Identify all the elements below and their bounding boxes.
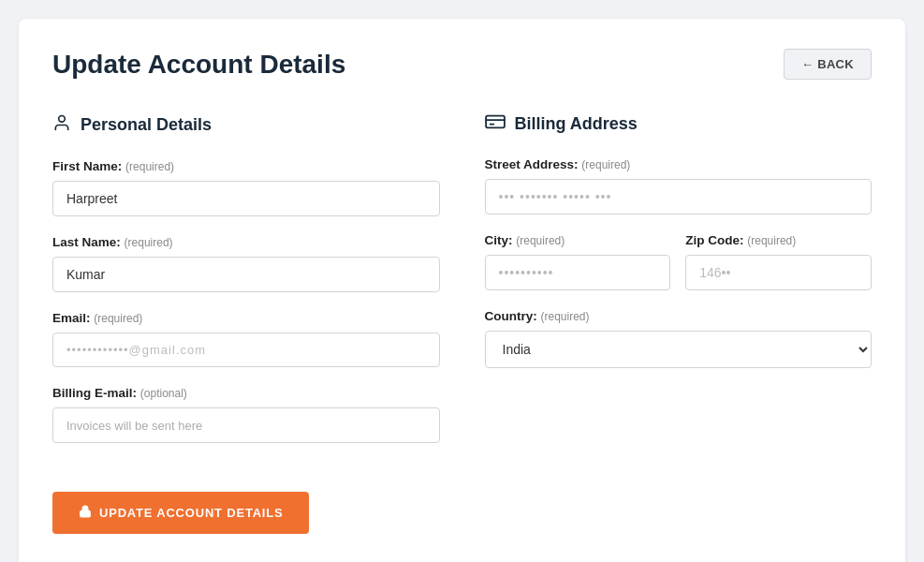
personal-details-section: Personal Details First Name: (required) … xyxy=(52,113,440,462)
country-group: Country: (required) India United States … xyxy=(485,309,873,368)
email-input[interactable] xyxy=(52,333,440,367)
first-name-label: First Name: (required) xyxy=(52,159,440,173)
billing-email-input[interactable] xyxy=(52,407,440,443)
email-group: Email: (required) xyxy=(52,311,440,367)
street-address-input[interactable] xyxy=(485,179,873,214)
last-name-label: Last Name: (required) xyxy=(52,235,440,249)
page-container: Update Account Details ← BACK Personal D… xyxy=(19,19,905,562)
page-header: Update Account Details ← BACK xyxy=(52,49,872,80)
zip-code-group: Zip Code: (required) xyxy=(685,233,872,290)
last-name-input[interactable] xyxy=(52,257,440,292)
country-select[interactable]: India United States United Kingdom Canad… xyxy=(485,331,873,368)
city-zip-row: City: (required) Zip Code: (required) xyxy=(485,233,873,290)
personal-details-title: Personal Details xyxy=(52,113,440,137)
city-group: City: (required) xyxy=(485,233,671,290)
lock-icon xyxy=(79,505,92,521)
back-button[interactable]: ← BACK xyxy=(784,49,872,80)
svg-rect-4 xyxy=(81,510,91,516)
street-address-group: Street Address: (required) xyxy=(485,157,873,214)
page-title: Update Account Details xyxy=(52,50,345,80)
last-name-group: Last Name: (required) xyxy=(52,235,440,292)
person-icon xyxy=(52,113,71,137)
svg-rect-1 xyxy=(486,116,505,128)
city-label: City: (required) xyxy=(485,233,671,247)
billing-email-group: Billing E-mail: (optional) xyxy=(52,386,440,443)
first-name-input[interactable] xyxy=(52,181,440,216)
billing-address-title: Billing Address xyxy=(485,113,873,135)
street-address-label: Street Address: (required) xyxy=(485,157,873,171)
form-columns: Personal Details First Name: (required) … xyxy=(52,113,872,462)
email-label: Email: (required) xyxy=(52,311,440,325)
billing-email-label: Billing E-mail: (optional) xyxy=(52,386,440,400)
billing-icon xyxy=(485,113,506,135)
first-name-group: First Name: (required) xyxy=(52,159,440,216)
update-account-button[interactable]: UPDATE ACCOUNT DETAILS xyxy=(52,492,309,534)
zip-code-label: Zip Code: (required) xyxy=(685,233,872,247)
billing-address-section: Billing Address Street Address: (require… xyxy=(485,113,873,462)
zip-code-input[interactable] xyxy=(685,255,872,290)
country-label: Country: (required) xyxy=(485,309,873,323)
svg-point-0 xyxy=(59,116,66,123)
city-input[interactable] xyxy=(485,255,671,290)
